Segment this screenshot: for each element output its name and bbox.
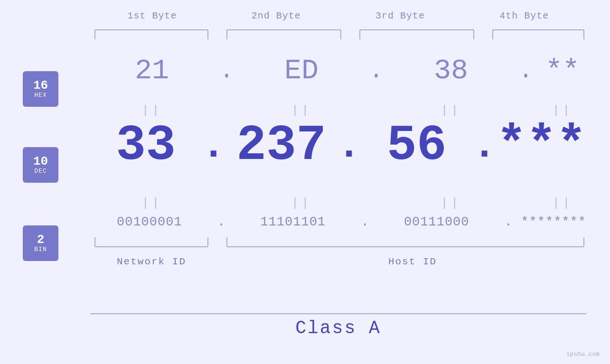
dec-dot1: . — [201, 123, 225, 169]
bin-badge-label: BIN — [34, 246, 47, 253]
dec-badge: 10 DEC — [23, 147, 58, 183]
bin-dot1: . — [209, 215, 234, 229]
eq2-b3: || — [389, 196, 513, 210]
eq2-b4: || — [539, 196, 586, 210]
byte1-header: 1st Byte — [90, 10, 214, 21]
hex-dot3: . — [513, 57, 539, 84]
bin-dot2: . — [352, 215, 377, 229]
bin-row: 00100001 . 11101101 . 00111000 . *******… — [90, 215, 586, 229]
bin-b4: ******** — [521, 215, 586, 229]
hex-badge-label: HEX — [34, 92, 47, 99]
id-labels-row: Network ID Host ID — [90, 256, 586, 267]
equals-row-1: || || || || — [90, 103, 586, 118]
top-brackets — [90, 26, 589, 40]
dec-dot2: . — [337, 123, 361, 169]
eq2-b1: || — [90, 196, 214, 210]
network-id-label: Network ID — [117, 256, 186, 267]
dec-b2: 237 — [225, 118, 337, 174]
hex-b4: ** — [539, 55, 586, 87]
hex-row: 21 . ED . 38 . ** — [90, 55, 586, 87]
hex-b3: 38 — [389, 55, 513, 87]
dec-badge-number: 10 — [33, 155, 48, 168]
class-divider-line — [90, 313, 586, 314]
bin-dot3: . — [496, 215, 521, 229]
hex-b1: 21 — [90, 55, 214, 87]
byte3-header: 3rd Byte — [338, 10, 462, 21]
bin-badge: 2 BIN — [23, 225, 58, 261]
bin-b3: 00111000 — [377, 215, 496, 229]
class-label-container: Class A — [90, 318, 586, 338]
class-label: Class A — [295, 318, 381, 338]
network-id-label-container: Network ID — [90, 256, 213, 267]
bin-b2: 11101101 — [234, 215, 352, 229]
eq2-b2: || — [240, 196, 363, 210]
eq1-b2: || — [240, 103, 363, 118]
bin-b1: 00100001 — [90, 215, 209, 229]
dec-b4: *** — [497, 118, 586, 174]
byte-headers-row: 1st Byte 2nd Byte 3rd Byte 4th Byte — [90, 10, 586, 21]
byte4-header: 4th Byte — [462, 10, 586, 21]
hex-badge-number: 16 — [33, 79, 48, 92]
hex-badge: 16 HEX — [23, 71, 58, 107]
dec-row: 33 . 237 . 56 . *** — [90, 118, 586, 174]
dec-badge-label: DEC — [34, 168, 47, 175]
eq1-b3: || — [389, 103, 513, 118]
host-id-label: Host ID — [388, 256, 437, 267]
bin-badge-number: 2 — [37, 233, 45, 246]
class-section: Class A — [90, 313, 586, 338]
eq1-b4: || — [539, 103, 586, 118]
dec-b1: 33 — [90, 118, 201, 174]
hex-dot1: . — [214, 57, 240, 84]
attribution: ipshu.com — [566, 350, 600, 358]
eq1-b1: || — [90, 103, 214, 118]
dec-dot3: . — [472, 123, 497, 169]
byte2-header: 2nd Byte — [214, 10, 338, 21]
hex-dot2: . — [363, 57, 389, 84]
dec-b3: 56 — [361, 118, 472, 174]
host-id-label-container: Host ID — [239, 256, 586, 267]
hex-b2: ED — [240, 55, 363, 87]
bottom-brackets — [90, 236, 589, 251]
equals-row-2: || || || || — [90, 196, 586, 210]
